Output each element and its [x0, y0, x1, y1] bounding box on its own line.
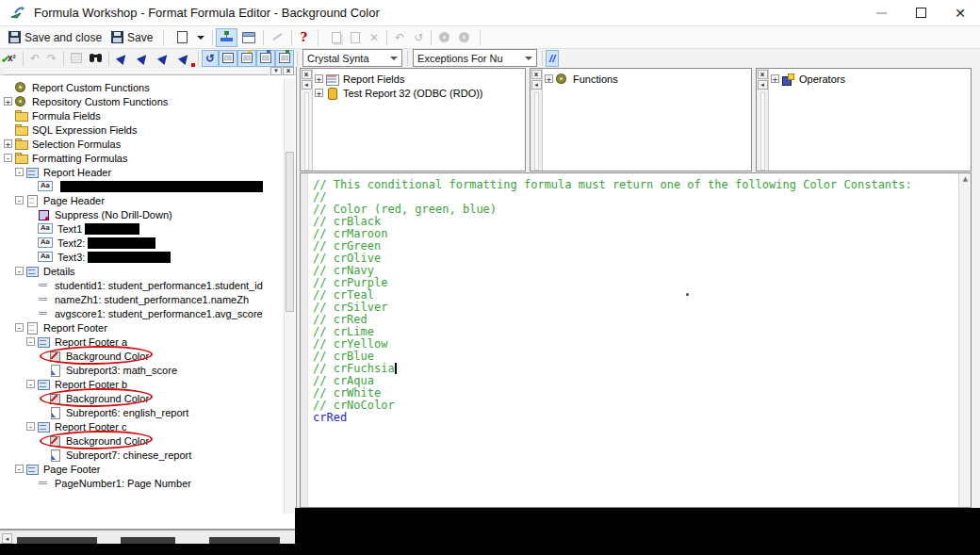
clear-bookmarks-button[interactable]	[174, 50, 195, 67]
tree-item-subreport7-chinese-report[interactable]: Subreport7: chinese_report	[0, 448, 283, 462]
panel-item-functions[interactable]: +Functions	[545, 72, 749, 86]
save-and-close-button[interactable]: Save and close	[4, 28, 106, 47]
tree-item-text1[interactable]: AaText1	[0, 221, 283, 236]
collapse-icon[interactable]: -	[15, 267, 24, 275]
find-button[interactable]	[86, 50, 106, 67]
tree-item-text2[interactable]: AaText2:	[0, 236, 283, 250]
minimize-button[interactable]	[861, 0, 901, 25]
tree-item-repository-custom-functions[interactable]: +Repository Custom Functions	[0, 94, 283, 108]
collapse-icon[interactable]: -	[15, 465, 24, 473]
expand-icon[interactable]: +	[315, 89, 323, 97]
collapse-icon[interactable]: -	[15, 323, 24, 332]
check-syntax-button[interactable]: x²	[4, 50, 20, 67]
expand-icon[interactable]: +	[4, 97, 12, 106]
expand-icon[interactable]: +	[4, 139, 12, 148]
collapse-icon[interactable]: -	[4, 154, 12, 162]
comment-button[interactable]: //	[546, 50, 559, 67]
help-button[interactable]: ?	[295, 28, 312, 47]
tree-item-report-footer-c[interactable]: -Report Footer c	[0, 419, 283, 433]
collapse-icon[interactable]: -	[26, 380, 35, 388]
panel-splitter[interactable]	[534, 92, 539, 171]
collapse-icon[interactable]: -	[26, 422, 35, 431]
panel-item-report-fields[interactable]: +Report Fields	[315, 72, 523, 86]
tree-item-subreport6-english-report[interactable]: Subreport6: english_report	[0, 405, 283, 419]
duplicate-button[interactable]	[346, 28, 365, 47]
close-panel-button[interactable]: x	[531, 70, 542, 79]
tree-item-namezh1-student-performance1-namezh[interactable]: nameZh1: student_performance1.nameZh	[0, 292, 283, 306]
close-button[interactable]: ✕	[940, 0, 980, 25]
collapse-panel-button[interactable]: ◂	[302, 80, 312, 90]
delete-button[interactable]: ✕	[365, 28, 384, 47]
tree-item-background-color[interactable]: Background Color	[0, 433, 283, 448]
toggle-workshop-tree-button[interactable]	[216, 28, 237, 47]
tree-item-details[interactable]: -Details	[0, 264, 283, 278]
use-expert-button[interactable]	[267, 28, 288, 47]
next-bookmark-button[interactable]	[133, 50, 154, 67]
exceptions-select[interactable]: Exceptions For Nu	[413, 49, 537, 67]
tree-item-page-header[interactable]: -Page Header	[0, 193, 283, 207]
tree-item-selection-formulas[interactable]: +Selection Formulas	[0, 137, 283, 151]
collapse-icon[interactable]: -	[15, 196, 24, 204]
syntax-select[interactable]: Crystal Synta	[302, 49, 402, 67]
scroll-up-icon[interactable]: ▲	[961, 175, 970, 184]
collapse-panel-button[interactable]: ◂	[531, 80, 542, 90]
new-formula-dropdown[interactable]	[192, 28, 209, 47]
new-formula-button[interactable]	[172, 28, 192, 47]
collapse-panel-button[interactable]: ▾	[270, 67, 282, 75]
expand-icon[interactable]: +	[315, 74, 323, 83]
panel-grip[interactable]: ▾ x	[0, 67, 296, 75]
toggle-bookmark-button[interactable]	[112, 50, 133, 67]
formula-text-area[interactable]: // This conditional formatting formula m…	[300, 172, 972, 508]
redo-button[interactable]: ↷	[43, 50, 60, 67]
tree-item-pagenumber1-page-number[interactable]: PageNumber1: Page Number	[0, 476, 283, 490]
panel-splitter[interactable]	[760, 92, 765, 171]
scroll-left-icon[interactable]: ◂	[2, 533, 12, 544]
tree-item-redacted[interactable]: Aa	[0, 179, 283, 193]
field-tree-toggle[interactable]	[219, 50, 237, 67]
tree-item-text3[interactable]: AaText3:	[0, 250, 283, 264]
tree-item-studentid1-student-performance1-student-id[interactable]: studentid1: student_performance1.student…	[0, 278, 283, 292]
close-panel-button[interactable]: x	[302, 70, 312, 79]
panel-item-test-report-32-odbc-rdo[interactable]: +Test Report 32 (ODBC (RDO))	[315, 86, 523, 100]
tree-item-report-footer-b[interactable]: -Report Footer b	[0, 377, 283, 391]
formatting-tree-toggle[interactable]	[275, 50, 294, 67]
tree-item-report-custom-functions[interactable]: Report Custom Functions	[0, 80, 283, 94]
rename-button[interactable]: ↶	[390, 28, 409, 47]
add-to-repository-button[interactable]	[454, 28, 474, 47]
tree-item-report-footer[interactable]: -Report Footer	[0, 320, 283, 335]
tree-item-formatting-formulas[interactable]: -Formatting Formulas	[0, 151, 283, 165]
editor-vertical-scrollbar[interactable]: ▲	[958, 173, 971, 507]
tree-item-background-color[interactable]: Background Color	[0, 391, 283, 405]
close-panel-button[interactable]: x	[758, 70, 768, 79]
tree-item-avgscore1-student-performance1-avg-score[interactable]: avgscore1: student_performance1.avg_scor…	[0, 306, 283, 320]
panel-splitter[interactable]	[304, 92, 309, 171]
new-custom-function-button[interactable]	[327, 28, 346, 47]
tree-item-page-footer[interactable]: -Page Footer	[0, 462, 283, 476]
tree-item-background-color[interactable]: Background Color	[0, 349, 283, 363]
undo-button[interactable]: ↶	[26, 50, 43, 67]
expand-node-button[interactable]: ↺	[409, 28, 428, 47]
scrollbar-thumb[interactable]	[286, 152, 294, 312]
tree-item-formula-fields[interactable]: Formula Fields	[0, 108, 283, 122]
tree-vertical-scrollbar[interactable]	[284, 78, 295, 514]
toggle-properties-button[interactable]	[237, 28, 260, 47]
expand-icon[interactable]: +	[771, 74, 779, 83]
expand-icon[interactable]: +	[545, 74, 553, 83]
tree-item-suppress-no-drill-down[interactable]: Suppress (No Drill-Down)	[0, 207, 283, 221]
add-repository-button[interactable]	[434, 28, 454, 47]
browse-data-button[interactable]	[67, 50, 86, 67]
collapse-icon[interactable]: -	[15, 168, 24, 176]
tree-horizontal-scrollbar[interactable]: ◂	[0, 530, 297, 545]
save-button[interactable]: Save	[106, 28, 157, 47]
operator-tree-toggle[interactable]	[256, 50, 275, 67]
sort-trees-button[interactable]: ↺	[202, 50, 219, 67]
tree-item-report-footer-a[interactable]: -Report Footer a	[0, 335, 283, 349]
panel-item-operators[interactable]: +Operators	[771, 72, 969, 86]
function-tree-toggle[interactable]	[237, 50, 256, 67]
collapse-icon[interactable]: -	[26, 337, 35, 346]
maximize-button[interactable]	[901, 0, 940, 25]
tree-item-report-header[interactable]: -Report Header	[0, 165, 283, 179]
tree-item-sql-expression-fields[interactable]: SQL Expression Fields	[0, 122, 283, 137]
close-panel-button[interactable]: x	[283, 67, 294, 75]
tree-item-subreport3-math-score[interactable]: Subreport3: math_score	[0, 363, 283, 377]
